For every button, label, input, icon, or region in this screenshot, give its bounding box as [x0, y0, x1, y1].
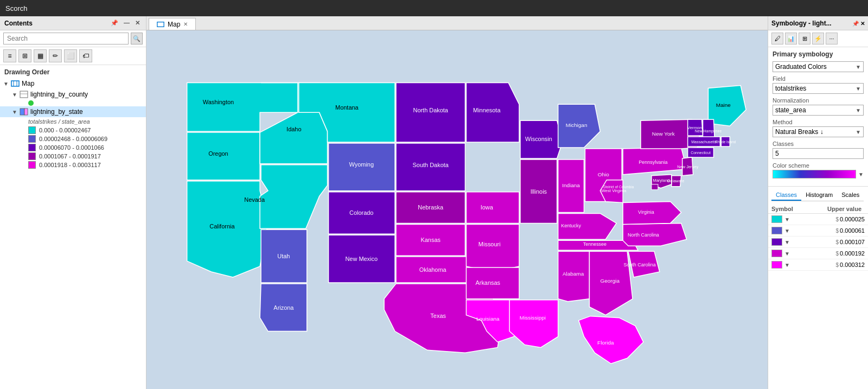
sym-swatch: [771, 250, 782, 257]
layers-icon[interactable]: ⊞: [18, 49, 31, 62]
expand-state-icon[interactable]: ▼: [12, 109, 20, 115]
layer-icon-county: [20, 90, 28, 99]
label-idaho: Idaho: [286, 126, 301, 132]
search-button[interactable]: 🔍: [131, 33, 143, 44]
pin-icon[interactable]: 📌: [109, 19, 120, 27]
map-tab[interactable]: Map ✕: [149, 18, 196, 30]
label-utah: Utah: [277, 253, 290, 259]
sym-class-dropdown[interactable]: ▼: [784, 239, 790, 245]
sym-class-value: 0.000025: [840, 216, 865, 222]
label-illinois: Illinois: [531, 188, 547, 195]
sym-icon3[interactable]: ⊞: [799, 33, 810, 44]
draw-icon[interactable]: ✏: [49, 49, 62, 62]
sym-tab-scales[interactable]: Scales: [837, 190, 864, 201]
color-scheme-preview[interactable]: [773, 170, 856, 178]
label-alabama: Alabama: [563, 271, 584, 277]
sym-more-link[interactable]: More ▾: [864, 189, 868, 205]
sym-more-btn[interactable]: ···: [826, 33, 838, 44]
color-scheme-arrow[interactable]: ▼: [858, 171, 864, 177]
sym-norm-row: Normalization state_area ▼: [773, 97, 864, 116]
expand-county-icon[interactable]: ▼: [12, 92, 20, 98]
sym-class-value: 0.000312: [840, 262, 865, 268]
sym-class-value: 0.000192: [840, 250, 865, 257]
label-colorado: Colorado: [349, 209, 373, 216]
legend-label: 0.00002468 - 0.00006069: [39, 136, 107, 142]
state-dc: [652, 184, 658, 190]
label-montana: Montana: [335, 104, 359, 111]
expand-map-icon[interactable]: ▼: [3, 81, 11, 87]
sym-class-dropdown[interactable]: ▼: [784, 251, 790, 257]
sym-class-row[interactable]: ▼ $ 0.000312: [768, 259, 868, 271]
label-massachusetts: Massachusetts: [691, 140, 717, 144]
tree-item-state[interactable]: ▼ lightning_by_state: [0, 106, 146, 117]
svg-rect-1: [20, 91, 28, 98]
label-georgia: Georgia: [601, 278, 620, 284]
search-input[interactable]: [3, 33, 129, 44]
panel-header-icons: 📌 — ✕: [109, 19, 142, 27]
label-nebraska: Nebraska: [418, 205, 444, 211]
sym-class-dropdown[interactable]: ▼: [784, 262, 790, 268]
tree-item-county[interactable]: ▼ lightning_by_county: [0, 89, 146, 100]
sym-pin-icon[interactable]: 📌: [852, 21, 859, 27]
legend-items: 0.000 - 0.000024670.00002468 - 0.0000606…: [0, 126, 146, 169]
sym-swatch: [771, 227, 782, 234]
sym-close-icon[interactable]: ✕: [860, 21, 865, 27]
sym-method-row-label: Method: [773, 119, 864, 125]
label-indiana: Indiana: [562, 182, 580, 188]
sym-class-row[interactable]: ▼ $ 0.000025: [768, 214, 868, 225]
sym-header-controls: 📌 ✕: [852, 20, 865, 27]
sym-classes-value[interactable]: 5: [773, 148, 864, 159]
select-icon[interactable]: ⬜: [64, 49, 77, 62]
legend-label: 0.000 - 0.00002467: [39, 127, 91, 133]
label-oregon: Oregon: [208, 150, 228, 157]
contents-panel: Contents 📌 — ✕ 🔍 ≡ ⊞ ▦ ✏ ⬜ 🏷 Drawing Ord…: [0, 16, 146, 389]
sym-section-primary: Primary symbology Graduated Colors ▼ Fie…: [768, 47, 868, 184]
label-virginia: Virginia: [638, 209, 654, 215]
sym-divider: [768, 186, 868, 187]
sym-tab-histogram[interactable]: Histogram: [801, 190, 837, 201]
sym-method-value[interactable]: Natural Breaks ↓ ▼: [773, 126, 864, 137]
sym-norm-value[interactable]: state_area ▼: [773, 105, 864, 116]
legend-label: 0.0001918 - 0.0003117: [39, 162, 101, 168]
sym-class-upper: $ 0.000312: [792, 262, 865, 268]
layer-tree: ▼ Map ▼ lightning_by_county: [0, 77, 146, 170]
sym-method-dropdown[interactable]: Graduated Colors ▼: [773, 61, 864, 72]
sym-class-row[interactable]: ▼ $ 0.000107: [768, 237, 868, 248]
svg-rect-3: [20, 109, 24, 115]
label-washington: Washington: [203, 99, 234, 105]
tag-icon[interactable]: 🏷: [79, 49, 92, 62]
tree-item-map[interactable]: ▼ Map: [0, 78, 146, 89]
close-icon[interactable]: ✕: [133, 19, 142, 27]
map-label: Map: [22, 80, 34, 87]
sym-tab-classes[interactable]: Classes: [771, 190, 801, 201]
sym-class-dropdown[interactable]: ▼: [784, 228, 790, 234]
sym-class-row[interactable]: ▼ $ 0.000061: [768, 225, 868, 237]
map-container[interactable]: Washington Oregon California Idaho Nevad…: [146, 30, 768, 389]
label-delaware: Delaware: [667, 178, 684, 183]
sym-icon2[interactable]: 📊: [785, 33, 797, 44]
label-north-carolina: North Carolina: [628, 232, 659, 238]
label-new-mexico: New Mexico: [345, 256, 378, 262]
sym-toolbar: 🖊 📊 ⊞ ⚡ ···: [768, 30, 868, 47]
sym-dollar: $: [836, 216, 839, 222]
app-title: Scorch: [5, 4, 27, 12]
state-missouri: [466, 224, 519, 272]
sym-icon4[interactable]: ⚡: [812, 33, 824, 44]
table-icon[interactable]: ▦: [34, 49, 47, 62]
sym-icon1[interactable]: 🖊: [771, 33, 783, 44]
sym-field-value[interactable]: totalstrikes ▼: [773, 83, 864, 94]
sym-class-row[interactable]: ▼ $ 0.000192: [768, 248, 868, 259]
state-label: lightning_by_state: [30, 108, 83, 116]
legend-swatch: [28, 152, 36, 160]
minimize-icon[interactable]: —: [122, 19, 131, 27]
list-icon[interactable]: ≡: [3, 49, 16, 62]
legend-label: 0.00006070 - 0.0001066: [39, 144, 104, 151]
label-north-dakota: North Dakota: [413, 107, 448, 113]
sym-tabs-row: Classes Histogram Scales More ▾: [768, 189, 868, 205]
sym-class-dropdown[interactable]: ▼: [784, 216, 790, 222]
sym-method-row: Method Natural Breaks ↓ ▼: [773, 119, 864, 137]
label-arizona: Arizona: [273, 304, 294, 311]
sym-class-upper: $ 0.000025: [792, 216, 865, 222]
legend-swatch: [28, 144, 36, 151]
map-tab-close[interactable]: ✕: [183, 21, 188, 27]
